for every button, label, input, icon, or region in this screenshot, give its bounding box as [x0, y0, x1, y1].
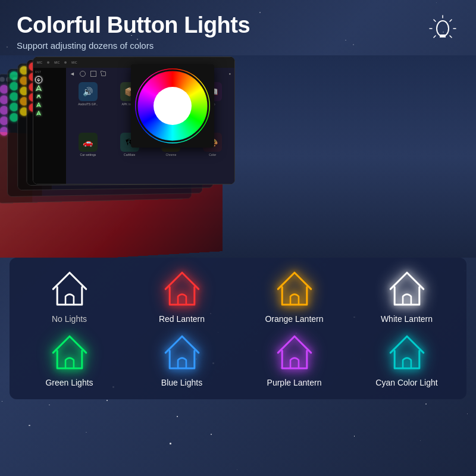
svg-marker-10 [37, 103, 40, 107]
header-text: Colorful Button Lights Support adjusting… [17, 13, 250, 51]
house-svg-orange-lantern [274, 270, 315, 308]
lights-grid: No Lights Red Lantern Orange Lantern [15, 270, 461, 387]
header: Colorful Button Lights Support adjusting… [0, 0, 476, 55]
stacked-devices: MIC MIC MIC RST ⏻ [0, 55, 226, 222]
svg-marker-11 [37, 111, 40, 115]
light-item-green-lights[interactable]: Green Lights [15, 333, 123, 387]
light-label-green-lights: Green Lights [45, 378, 93, 387]
svg-line-4 [450, 20, 452, 21]
light-item-cyan-color-light[interactable]: Cyan Color Light [353, 333, 461, 387]
light-item-red-lantern[interactable]: Red Lantern [128, 270, 236, 324]
light-label-purple-lantern: Purple Lantern [267, 378, 322, 387]
bulb-icon-container [426, 13, 459, 46]
light-label-orange-lantern: Orange Lantern [265, 314, 323, 324]
light-label-white-lantern: White Lantern [381, 314, 433, 324]
color-wheel-overlay [131, 64, 214, 148]
page-title: Colorful Button Lights [17, 13, 250, 38]
light-item-purple-lantern[interactable]: Purple Lantern [240, 333, 348, 387]
light-item-orange-lantern[interactable]: Orange Lantern [240, 270, 348, 324]
app-icon: 🚗 Car settings [68, 133, 108, 181]
light-item-blue-lights[interactable]: Blue Lights [128, 333, 236, 387]
svg-point-0 [437, 21, 449, 36]
house-svg-cyan-color-light [386, 333, 428, 372]
left-buttons-panel: RST ⏻ [33, 68, 66, 184]
bulb-icon [426, 13, 459, 46]
house-svg-no-lights [49, 270, 90, 308]
app-icon: 🔊 AndroITS GP... [68, 82, 108, 131]
light-item-white-lantern[interactable]: White Lantern [353, 270, 461, 324]
color-wheel [134, 67, 211, 145]
light-item-no-lights[interactable]: No Lights [15, 270, 123, 324]
svg-line-7 [434, 20, 436, 21]
light-label-cyan-color-light: Cyan Color Light [375, 378, 437, 387]
house-svg-red-lantern [161, 270, 203, 308]
light-label-no-lights: No Lights [52, 314, 87, 324]
svg-point-14 [154, 87, 192, 125]
house-svg-white-lantern [386, 270, 428, 308]
lights-panel: No Lights Red Lantern Orange Lantern [10, 258, 466, 399]
house-svg-purple-lantern [274, 333, 315, 372]
svg-line-9 [434, 36, 436, 37]
main-area: MIC MIC MIC RST ⏻ [0, 55, 476, 258]
house-svg-green-lights [49, 333, 90, 372]
house-svg-blue-lights [161, 333, 203, 372]
page-subtitle: Support adjusting dozens of colors [17, 40, 250, 51]
svg-line-6 [450, 36, 452, 37]
light-label-blue-lights: Blue Lights [161, 378, 202, 387]
light-label-red-lantern: Red Lantern [159, 314, 205, 324]
